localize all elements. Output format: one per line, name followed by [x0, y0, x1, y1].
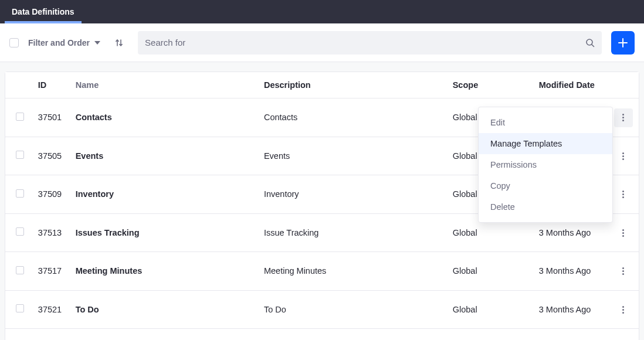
- caret-down-icon: [94, 41, 100, 45]
- row-actions-button[interactable]: [614, 108, 633, 127]
- search-input[interactable]: [145, 38, 581, 47]
- cell-name: Issues Tracking: [70, 213, 258, 252]
- cell-id: 37501: [32, 98, 70, 137]
- cell-name: Contacts: [70, 98, 258, 137]
- table-row[interactable]: 37521To DoTo DoGlobal3 Months Ago: [5, 290, 639, 329]
- cell-name: Meeting Minutes: [70, 252, 258, 291]
- plus-icon: [618, 38, 628, 48]
- menu-item-delete[interactable]: Delete: [479, 196, 612, 217]
- cell-id: 37505: [32, 137, 70, 175]
- cell-scope: Global: [447, 290, 533, 329]
- search-icon: [585, 38, 595, 47]
- cell-name: Tshirt: [70, 329, 258, 341]
- column-header-actions: [608, 72, 639, 98]
- add-button[interactable]: [611, 31, 635, 55]
- tab-label: Data Definitions: [12, 7, 74, 16]
- cell-description: Meeting Minutes: [258, 252, 447, 291]
- filter-and-order-dropdown[interactable]: Filter and Order: [28, 38, 100, 47]
- cell-id: 37521: [32, 290, 70, 329]
- cell-name: Inventory: [70, 175, 258, 214]
- cell-id: 37513: [32, 213, 70, 252]
- row-actions-button[interactable]: [614, 223, 633, 242]
- cell-description: Issue Tracking: [258, 213, 447, 252]
- cell-description: Contacts: [258, 98, 447, 137]
- cell-id: 47043: [32, 329, 70, 341]
- row-select-checkbox[interactable]: [16, 304, 24, 312]
- cell-modified: 3 Months Ago: [533, 252, 608, 291]
- column-header-check: [5, 72, 32, 98]
- row-select-checkbox[interactable]: [16, 113, 24, 121]
- cell-scope: Global: [447, 252, 533, 291]
- row-actions-button[interactable]: [614, 185, 633, 204]
- row-actions-menu: Edit Manage Templates Permissions Copy D…: [478, 107, 613, 223]
- cell-description: Events: [258, 137, 447, 175]
- cell-name: Events: [70, 137, 258, 175]
- order-arrow-icon: [114, 38, 124, 47]
- row-select-checkbox[interactable]: [16, 189, 24, 198]
- column-header-name[interactable]: Name: [70, 72, 258, 98]
- search-field[interactable]: [138, 31, 602, 55]
- ellipsis-vertical-icon: [622, 306, 624, 314]
- ellipsis-vertical-icon: [622, 229, 624, 237]
- column-header-id[interactable]: ID: [32, 72, 70, 98]
- cell-description: To Do: [258, 290, 447, 329]
- cell-id: 37517: [32, 252, 70, 291]
- tab-data-definitions[interactable]: Data Definitions: [5, 0, 82, 23]
- cell-name: To Do: [70, 290, 258, 329]
- ellipsis-vertical-icon: [622, 152, 624, 160]
- cell-modified: 3 Hours Ago: [533, 329, 608, 341]
- row-select-checkbox[interactable]: [16, 151, 24, 159]
- column-header-modified[interactable]: Modified Date: [533, 72, 608, 98]
- cell-modified: 3 Months Ago: [533, 290, 608, 329]
- column-header-scope[interactable]: Scope: [447, 72, 533, 98]
- data-definitions-table-wrap: ID Name Description Scope Modified Date …: [5, 72, 639, 340]
- sort-button[interactable]: [110, 33, 128, 52]
- menu-item-copy[interactable]: Copy: [479, 175, 612, 196]
- table-row[interactable]: 37517Meeting MinutesMeeting MinutesGloba…: [5, 252, 639, 291]
- row-actions-button[interactable]: [614, 262, 633, 281]
- tabs-bar: Data Definitions: [0, 0, 644, 23]
- filter-order-label: Filter and Order: [28, 38, 90, 47]
- column-header-description[interactable]: Description: [258, 72, 447, 98]
- menu-item-permissions[interactable]: Permissions: [479, 154, 612, 175]
- cell-description: Inventory: [258, 175, 447, 214]
- menu-item-edit[interactable]: Edit: [479, 112, 612, 133]
- ellipsis-vertical-icon: [622, 267, 624, 275]
- menu-item-manage-templates[interactable]: Manage Templates: [479, 133, 612, 154]
- svg-line-1: [592, 45, 594, 47]
- cell-description: Selection for conference t-shirt size: [258, 329, 447, 341]
- ellipsis-vertical-icon: [622, 191, 624, 198]
- select-all-checkbox[interactable]: [9, 38, 19, 47]
- ellipsis-vertical-icon: [622, 114, 624, 121]
- table-row[interactable]: 47043TshirtSelection for conference t-sh…: [5, 329, 639, 341]
- cell-id: 37509: [32, 175, 70, 214]
- row-select-checkbox[interactable]: [16, 266, 24, 274]
- row-select-checkbox[interactable]: [16, 227, 24, 236]
- toolbar: Filter and Order: [0, 23, 644, 62]
- cell-scope: Current Site: [447, 329, 533, 341]
- row-actions-button[interactable]: [614, 147, 633, 165]
- row-actions-button[interactable]: [614, 300, 633, 319]
